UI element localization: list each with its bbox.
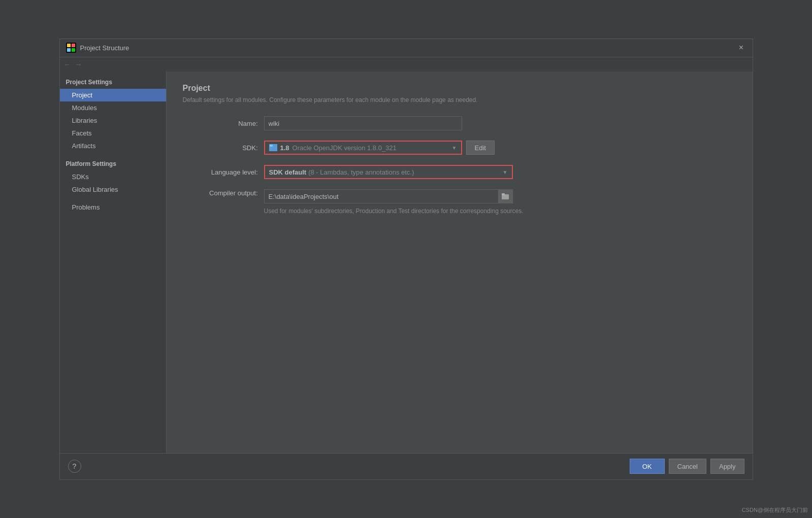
sdk-label: SDK: <box>183 144 264 152</box>
language-level-dropdown[interactable]: SDK default (8 - Lambdas, type annotatio… <box>264 165 513 179</box>
close-button[interactable]: × <box>736 43 746 53</box>
sdk-folder-icon <box>269 144 277 151</box>
name-row: Name: <box>183 116 736 130</box>
compiler-output-input[interactable] <box>265 191 498 202</box>
sidebar-item-facets[interactable]: Facets <box>60 127 166 140</box>
dialog-title: Project Structure <box>80 44 129 52</box>
app-icon <box>66 43 76 53</box>
nav-arrows: ← → <box>60 57 753 72</box>
svg-rect-8 <box>502 193 505 195</box>
ok-button[interactable]: OK <box>630 459 665 474</box>
svg-rect-3 <box>67 48 71 52</box>
bottom-actions: OK Cancel Apply <box>630 459 744 474</box>
svg-rect-2 <box>72 44 75 47</box>
content-area: Project Default settings for all modules… <box>167 72 753 453</box>
title-bar: Project Structure × <box>60 39 753 57</box>
lang-default-light: (8 - Lambdas, type annotations etc.) <box>308 168 414 176</box>
name-label: Name: <box>183 120 264 127</box>
lang-dropdown-arrow: ▼ <box>503 169 508 175</box>
sidebar-item-libraries[interactable]: Libraries <box>60 114 166 127</box>
compiler-folder-button[interactable] <box>498 189 512 203</box>
sidebar-item-problems[interactable]: Problems <box>60 201 166 214</box>
sdk-version-bold: 1.8 <box>280 144 289 152</box>
compiler-output-note: Used for modules' subdirectories, Produc… <box>264 208 736 215</box>
lang-dropdown-inner: SDK default (8 - Lambdas, type annotatio… <box>269 168 414 176</box>
language-level-control-wrap: SDK default (8 - Lambdas, type annotatio… <box>264 165 736 179</box>
project-settings-header: Project Settings <box>60 76 166 89</box>
project-structure-dialog: Project Structure × ← → Project Settings… <box>59 39 753 480</box>
page-title: Project <box>183 84 736 93</box>
language-level-label: Language level: <box>183 168 264 176</box>
forward-arrow[interactable]: → <box>75 60 82 68</box>
sidebar-item-modules[interactable]: Modules <box>60 101 166 114</box>
sdk-version-light: Oracle OpenJDK version 1.8.0_321 <box>293 144 397 152</box>
compiler-output-wrap <box>264 189 513 203</box>
cancel-button[interactable]: Cancel <box>669 459 706 474</box>
bottom-bar: ? OK Cancel Apply <box>60 453 753 479</box>
watermark: CSDN@倒在程序员大门前 <box>742 506 808 514</box>
page-description: Default settings for all modules. Config… <box>183 96 736 105</box>
sdk-dropdown-arrow: ▼ <box>452 145 457 151</box>
main-layout: Project Settings Project Modules Librari… <box>60 72 753 453</box>
apply-button[interactable]: Apply <box>710 459 744 474</box>
sidebar: Project Settings Project Modules Librari… <box>60 72 167 453</box>
sdk-control-wrap: 1.8 Oracle OpenJDK version 1.8.0_321 ▼ E… <box>264 141 736 155</box>
svg-rect-6 <box>270 145 273 147</box>
name-input[interactable] <box>264 116 462 130</box>
sidebar-item-artifacts[interactable]: Artifacts <box>60 140 166 152</box>
sdk-dropdown[interactable]: 1.8 Oracle OpenJDK version 1.8.0_321 ▼ <box>264 141 462 155</box>
sidebar-item-sdks[interactable]: SDKs <box>60 170 166 183</box>
help-button[interactable]: ? <box>68 460 81 473</box>
sdk-dropdown-inner: 1.8 Oracle OpenJDK version 1.8.0_321 <box>269 144 452 152</box>
compiler-input-container <box>264 189 513 203</box>
sdk-row: SDK: 1.8 Oracle OpenJDK version 1.8.0 <box>183 141 736 155</box>
svg-rect-1 <box>67 44 71 47</box>
language-level-row: Language level: SDK default (8 - Lambdas… <box>183 165 736 179</box>
compiler-output-label: Compiler output: <box>183 189 264 197</box>
sdk-edit-button[interactable]: Edit <box>466 141 495 155</box>
svg-rect-4 <box>72 48 75 52</box>
title-bar-left: Project Structure <box>66 43 129 53</box>
platform-settings-header: Platform Settings <box>60 157 166 170</box>
compiler-output-row: Compiler output: <box>183 189 736 203</box>
sidebar-item-project[interactable]: Project <box>60 89 166 101</box>
sidebar-item-global-libraries[interactable]: Global Libraries <box>60 183 166 196</box>
lang-default-bold: SDK default <box>269 168 307 176</box>
name-control-wrap <box>264 116 736 130</box>
back-arrow[interactable]: ← <box>64 60 71 68</box>
